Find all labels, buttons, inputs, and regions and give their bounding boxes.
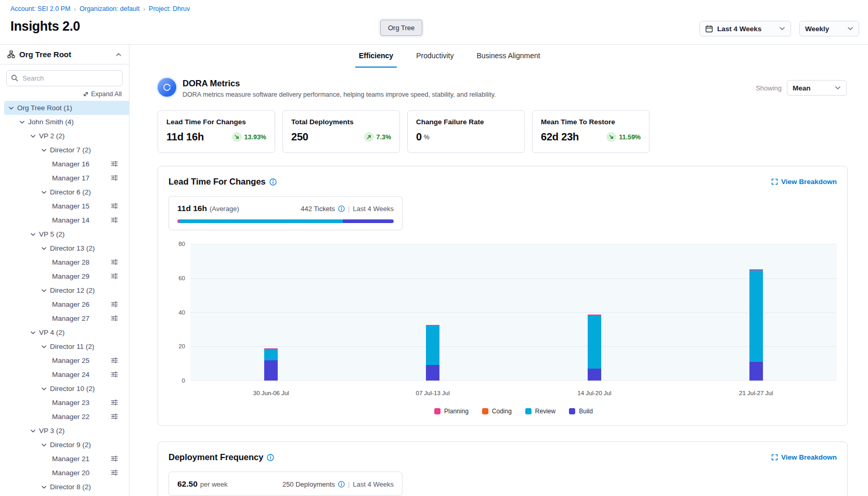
- tree-item-vp-5[interactable]: VP 5 (2): [0, 227, 129, 241]
- sliders-icon[interactable]: [111, 371, 118, 378]
- tree-item-director-8[interactable]: Director 8 (2): [0, 480, 129, 494]
- tree-item-vp-4[interactable]: VP 4 (2): [0, 325, 129, 340]
- sliders-icon[interactable]: [111, 202, 118, 210]
- sliders-icon[interactable]: [111, 413, 118, 420]
- tree-item-director-12[interactable]: Director 12 (2): [0, 283, 129, 297]
- sliders-icon[interactable]: [111, 455, 118, 462]
- sliders-icon[interactable]: [111, 357, 118, 364]
- chevron-down-icon[interactable]: [8, 106, 14, 110]
- chevron-down-icon[interactable]: [41, 485, 47, 489]
- tree-item-manager-26[interactable]: Manager 26: [0, 297, 129, 311]
- tab-business-alignment[interactable]: Business Alignment: [473, 45, 544, 68]
- tree-item-manager-22[interactable]: Manager 22: [0, 410, 129, 424]
- tree-item-org-tree-root[interactable]: Org Tree Root (1): [4, 101, 129, 115]
- tree-item-director-6[interactable]: Director 6 (2): [0, 185, 129, 199]
- tree-item-manager-20[interactable]: Manager 20: [0, 466, 129, 480]
- tree-item-label: VP 3 (2): [39, 427, 64, 435]
- tree-item-manager-23[interactable]: Manager 23: [0, 396, 129, 410]
- sliders-icon[interactable]: [111, 216, 118, 224]
- tree-item-director-13[interactable]: Director 13 (2): [0, 241, 129, 255]
- tab-productivity[interactable]: Productivity: [412, 45, 457, 68]
- breadcrumb-link[interactable]: Project: Dhruv: [149, 5, 190, 12]
- granularity-select[interactable]: Weekly: [799, 21, 859, 36]
- chevron-down-icon[interactable]: [30, 134, 36, 138]
- legend-item-coding[interactable]: Coding: [482, 408, 512, 415]
- lead-time-stage-progress-bar: [177, 219, 394, 223]
- chevron-down-icon[interactable]: [30, 232, 36, 237]
- tree-item-john-smith[interactable]: John Smith (4): [0, 115, 129, 129]
- date-range-select[interactable]: Last 4 Weeks: [699, 21, 791, 36]
- trend-down-icon: [606, 132, 616, 142]
- tree-item-manager-24[interactable]: Manager 24: [0, 368, 129, 382]
- sliders-icon[interactable]: [111, 315, 118, 322]
- tree-item-director-7[interactable]: Director 7 (2): [0, 143, 129, 157]
- legend-item-build[interactable]: Build: [569, 408, 593, 415]
- chevron-down-icon[interactable]: [41, 387, 47, 391]
- sliders-icon[interactable]: [111, 258, 118, 266]
- sliders-icon[interactable]: [111, 272, 118, 280]
- chevron-down-icon[interactable]: [41, 148, 47, 152]
- tree-item-manager-21[interactable]: Manager 21: [0, 452, 129, 466]
- info-icon[interactable]: [267, 454, 274, 461]
- dora-description: DORA metrics measure software delivery p…: [183, 91, 496, 98]
- chevron-down-icon[interactable]: [41, 443, 47, 447]
- bar-30-jun-06-jul[interactable]: [264, 348, 278, 381]
- org-tree-button[interactable]: Org Tree: [380, 20, 422, 36]
- chevron-down-icon[interactable]: [41, 289, 47, 293]
- app-header: Account: SEI 2.0 PM›Organization: defaul…: [0, 0, 868, 45]
- info-icon[interactable]: [338, 205, 345, 212]
- bar-21-jul-27-jul[interactable]: [749, 269, 763, 381]
- tree-item-director-11[interactable]: Director 11 (2): [0, 340, 129, 354]
- breadcrumb-link[interactable]: Account: SEI 2.0 PM: [10, 5, 70, 12]
- showing-select[interactable]: Mean: [787, 80, 847, 96]
- sliders-icon[interactable]: [111, 301, 118, 308]
- sliders-icon[interactable]: [111, 469, 118, 476]
- tree-item-manager-16[interactable]: Manager 16: [0, 157, 129, 171]
- trend-percent: 11.59%: [619, 134, 641, 141]
- chevron-down-icon[interactable]: [30, 429, 36, 433]
- info-icon[interactable]: [269, 178, 277, 186]
- tree-item-manager-15[interactable]: Manager 15: [0, 199, 129, 213]
- tab-efficiency[interactable]: Efficiency: [355, 45, 397, 68]
- metric-card-lead-time-for-changes: Lead Time For Changes11d 16h13.93%: [158, 110, 275, 153]
- tree-item-label: Manager 27: [52, 315, 89, 322]
- tree-item-vp-3[interactable]: VP 3 (2): [0, 424, 129, 438]
- deployment-rate-qualifier: per week: [200, 480, 228, 488]
- breadcrumb-link[interactable]: Organization: default: [80, 5, 139, 12]
- tree-item-label: VP 5 (2): [39, 230, 64, 238]
- tree-item-manager-29[interactable]: Manager 29: [0, 269, 129, 283]
- sidebar-header[interactable]: Org Tree Root: [0, 45, 129, 64]
- chevron-down-icon[interactable]: [41, 345, 47, 349]
- tree-item-vp-2[interactable]: VP 2 (2): [0, 129, 129, 143]
- tree-item-director-9[interactable]: Director 9 (2): [0, 438, 129, 452]
- chevron-down-icon[interactable]: [41, 246, 47, 251]
- tree-item-label: Director 7 (2): [50, 146, 91, 154]
- chevron-down-icon[interactable]: [19, 120, 25, 124]
- deployment-view-breakdown-link[interactable]: View Breakdown: [771, 453, 837, 461]
- legend-item-review[interactable]: Review: [525, 408, 555, 415]
- chevron-down-icon[interactable]: [41, 190, 47, 194]
- tree-item-manager-28[interactable]: Manager 28: [0, 255, 129, 269]
- lead-time-view-breakdown-link[interactable]: View Breakdown: [771, 178, 837, 186]
- expand-all-button[interactable]: Expand All: [0, 87, 129, 100]
- tree-item-manager-17[interactable]: Manager 17: [0, 171, 129, 185]
- chevron-up-icon[interactable]: [115, 53, 122, 57]
- sliders-icon[interactable]: [111, 399, 118, 406]
- chevron-down-icon[interactable]: [30, 331, 36, 335]
- info-icon[interactable]: [338, 481, 345, 488]
- tree-item-director-10[interactable]: Director 10 (2): [0, 382, 129, 396]
- bar-14-jul-20-jul[interactable]: [588, 315, 601, 381]
- sliders-icon[interactable]: [111, 174, 118, 181]
- tree-item-manager-25[interactable]: Manager 25: [0, 354, 129, 368]
- tree-item-label: Director 8 (2): [50, 483, 91, 491]
- legend-swatch: [482, 408, 488, 414]
- tree-item-label: Manager 26: [52, 301, 89, 308]
- sliders-icon[interactable]: [111, 160, 118, 167]
- tree-item-manager-14[interactable]: Manager 14: [0, 213, 129, 227]
- chart-legend: PlanningCodingReviewBuild: [190, 408, 837, 415]
- tree-item-manager-27[interactable]: Manager 27: [0, 311, 129, 325]
- bar-07-jul-13-jul[interactable]: [426, 325, 439, 381]
- legend-item-planning[interactable]: Planning: [434, 408, 469, 415]
- legend-swatch: [569, 408, 575, 414]
- search-input[interactable]: [6, 70, 123, 86]
